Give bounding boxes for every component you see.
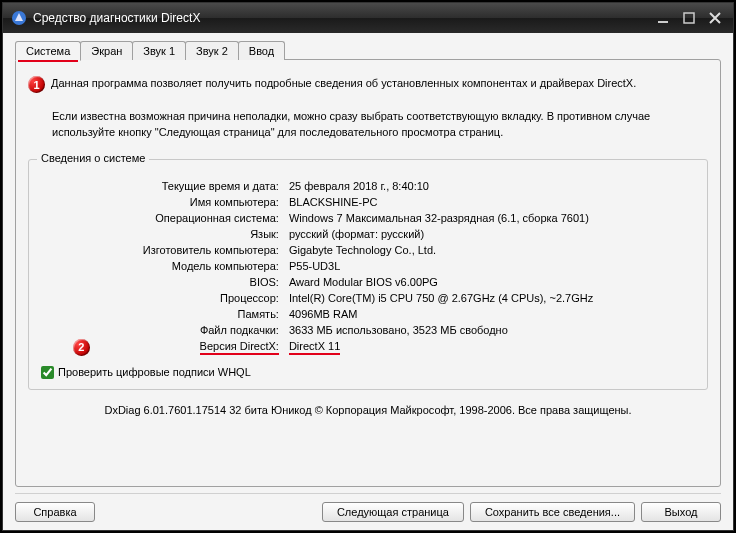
label-pagefile: Файл подкачки: [139,322,283,338]
whql-label[interactable]: Проверить цифровые подписи WHQL [58,366,251,378]
tab-page-system: 1 Данная программа позволяет получить по… [15,59,721,487]
label-pcname: Имя компьютера: [139,194,283,210]
whql-checkbox[interactable] [41,366,54,379]
label-datetime: Текущие время и дата: [139,178,283,194]
window-title: Средство диагностики DirectX [33,11,647,25]
label-mem: Память: [139,306,283,322]
next-page-button[interactable]: Следующая страница [322,502,464,522]
system-info-group: Сведения о системе Текущие время и дата:… [28,159,708,390]
value-pcname: BLACKSHINE-PC [283,194,597,210]
value-mem: 4096MB RAM [283,306,597,322]
intro-text-2: Если известна возможная причина неполадк… [52,109,708,141]
label-cpu: Процессор: [139,290,283,306]
value-bios: Award Modular BIOS v6.00PG [283,274,597,290]
close-button[interactable] [705,10,725,26]
annotation-badge-1: 1 [28,76,45,93]
tab-sound1[interactable]: Звук 1 [132,41,186,60]
row-lang: Язык: русский (формат: русский) [139,226,597,242]
label-bios: BIOS: [139,274,283,290]
intro-text-1: Данная программа позволяет получить подр… [51,76,636,92]
tab-label: Экран [91,45,122,57]
save-all-button[interactable]: Сохранить все сведения... [470,502,635,522]
value-datetime: 25 февраля 2018 г., 8:40:10 [283,178,597,194]
group-legend: Сведения о системе [37,152,149,164]
label-os: Операционная система: [139,210,283,226]
row-pagefile: Файл подкачки: 3633 МБ использовано, 352… [139,322,597,338]
row-dxver: 2 Версия DirectX: DirectX 11 [139,338,597,354]
row-manuf: Изготовитель компьютера: Gigabyte Techno… [139,242,597,258]
row-pcname: Имя компьютера: BLACKSHINE-PC [139,194,597,210]
value-pagefile: 3633 МБ использовано, 3523 МБ свободно [283,322,597,338]
minimize-button[interactable] [653,10,673,26]
row-mem: Память: 4096MB RAM [139,306,597,322]
tab-display[interactable]: Экран [80,41,133,60]
value-dxver-text: DirectX 11 [289,340,340,355]
spacer [101,502,316,522]
row-datetime: Текущие время и дата: 25 февраля 2018 г.… [139,178,597,194]
annotation-badge-2: 2 [73,339,90,356]
client-area: Система Экран Звук 1 Звук 2 Ввод 1 Данна… [3,33,733,530]
row-cpu: Процессор: Intel(R) Core(TM) i5 CPU 750 … [139,290,597,306]
tab-system[interactable]: Система [15,41,81,61]
tab-label: Звук 1 [143,45,175,57]
tab-input[interactable]: Ввод [238,41,285,60]
svg-rect-1 [658,21,668,23]
value-lang: русский (формат: русский) [283,226,597,242]
whql-row: Проверить цифровые подписи WHQL [39,366,697,379]
tab-sound2[interactable]: Звук 2 [185,41,239,60]
row-os: Операционная система: Windows 7 Максимал… [139,210,597,226]
row-bios: BIOS: Award Modular BIOS v6.00PG [139,274,597,290]
label-dxver-text: Версия DirectX: [200,340,279,355]
footer-text: DxDiag 6.01.7601.17514 32 бита Юникод © … [28,404,708,416]
bottom-buttons: Справка Следующая страница Сохранить все… [15,493,721,522]
value-dxver: DirectX 11 [283,338,597,354]
tabs: Система Экран Звук 1 Звук 2 Ввод [15,41,721,60]
annotation-underline [18,60,78,62]
tab-label: Звук 2 [196,45,228,57]
label-dxver: 2 Версия DirectX: [139,338,283,354]
exit-button[interactable]: Выход [641,502,721,522]
value-cpu: Intel(R) Core(TM) i5 CPU 750 @ 2.67GHz (… [283,290,597,306]
label-lang: Язык: [139,226,283,242]
tab-label: Ввод [249,45,274,57]
row-model: Модель компьютера: P55-UD3L [139,258,597,274]
titlebar: Средство диагностики DirectX [3,3,733,33]
window: Средство диагностики DirectX Система Экр… [2,2,734,531]
label-manuf: Изготовитель компьютера: [139,242,283,258]
label-model: Модель компьютера: [139,258,283,274]
value-os: Windows 7 Максимальная 32-разрядная (6.1… [283,210,597,226]
intro-row: 1 Данная программа позволяет получить по… [28,76,708,93]
fields: Текущие время и дата: 25 февраля 2018 г.… [139,178,597,354]
app-icon [11,10,27,26]
svg-rect-2 [684,13,694,23]
help-button[interactable]: Справка [15,502,95,522]
maximize-button[interactable] [679,10,699,26]
value-model: P55-UD3L [283,258,597,274]
value-manuf: Gigabyte Technology Co., Ltd. [283,242,597,258]
tab-label: Система [26,45,70,57]
